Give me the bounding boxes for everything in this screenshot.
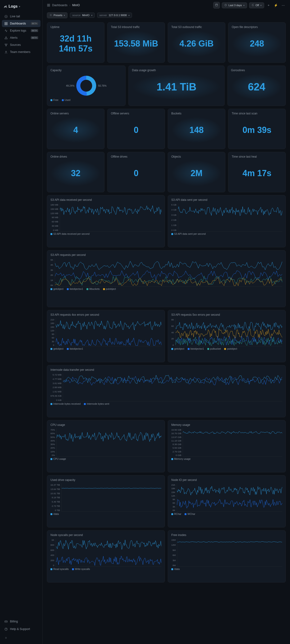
- breadcrumb: Dashboards › MinIO: [47, 4, 80, 7]
- svg-point-21: [50, 15, 51, 16]
- chart-legend: CPU usage: [50, 458, 161, 460]
- chart-area[interactable]: [178, 204, 282, 232]
- legend-item: litbuckets: [87, 288, 100, 290]
- play-icon: [4, 15, 7, 18]
- chart-body: 5 GB4 GB3 GB2 GB1 GB0 GB: [171, 204, 282, 232]
- metrics-row-3: Online servers4Offline servers0Buckets14…: [47, 109, 286, 149]
- legend-item: /data: [171, 568, 180, 570]
- y-axis: 70%60%50%40%30%20%10%0%: [50, 428, 56, 456]
- metric-value: 4: [50, 117, 101, 143]
- filter-key: server: [100, 14, 107, 16]
- chart-area[interactable]: [183, 428, 282, 456]
- svg-rect-14: [47, 4, 48, 5]
- logo-icon: [4, 5, 7, 8]
- legend-item: /data: [50, 512, 59, 515]
- main-content: Dashboards › MinIO Last 3 days ▾ Off ▾ ＋…: [43, 0, 290, 644]
- y-axis: 5 GB4 GB3 GB2 GB1 GB0 GB: [171, 204, 178, 232]
- panel-title: Capacity: [50, 68, 122, 72]
- svg-rect-3: [5, 24, 6, 25]
- theme-toggle[interactable]: ☼: [2, 634, 40, 641]
- bolt-icon: ⚡: [274, 4, 278, 7]
- chart-body: 16.37 TiB13.64 TiB10.91 TiB8.19 TiB5.46 …: [50, 484, 161, 512]
- app-switcher[interactable]: Logs ▾: [2, 3, 40, 10]
- chart-area[interactable]: [60, 204, 161, 232]
- metric-value: 0: [111, 160, 161, 186]
- chart-area[interactable]: [56, 538, 161, 566]
- legend-item: listobjectsv1: [67, 347, 83, 350]
- sidebar-item-label: Dashboards: [10, 22, 26, 25]
- sidebar-item-team-members[interactable]: Team members: [2, 48, 40, 56]
- source-filter[interactable]: source MinIO ▾: [70, 12, 95, 18]
- sidebar-item-help-&-support[interactable]: Help & Support: [2, 626, 40, 632]
- panel-title: Used drive capacity: [50, 478, 161, 482]
- panel-title: Free inodes: [171, 534, 282, 537]
- sidebar-item-label: Alerts: [10, 36, 17, 40]
- chart-area[interactable]: [177, 484, 282, 512]
- timerange-label: Last 3 days: [228, 4, 242, 7]
- chart-area[interactable]: [175, 318, 282, 346]
- chart-area[interactable]: [55, 258, 282, 286]
- breadcrumb-root[interactable]: Dashboards: [52, 4, 68, 7]
- timerange-picker[interactable]: Last 3 days ▾: [222, 2, 247, 8]
- sidebar-item-explore-logs[interactable]: Explore logsBETA: [2, 27, 40, 34]
- chart-legend: getobjectlistobjectsv1putbucketputobject: [171, 347, 282, 350]
- metric-value: 153.58 MiB: [111, 30, 161, 57]
- sidebar-item-label: Explore logs: [10, 29, 26, 32]
- y-axis: 180 MB150 MB120 MB90 MB60 MB30 MB0 MB: [50, 204, 60, 232]
- panel-title: Total S3 outbound traffic: [171, 26, 222, 29]
- more-icon: ⋯: [282, 4, 285, 7]
- save-button[interactable]: [213, 2, 220, 8]
- s3-sent-chart: S3 API data sent per second5 GB4 GB3 GB2…: [168, 195, 286, 247]
- capacity-right-pct: 50.76%: [98, 84, 107, 87]
- sidebar-item-billing[interactable]: Billing: [2, 618, 40, 625]
- capacity-panel: Capacity 49.24% 50.76% FreeUsed: [47, 66, 126, 106]
- chart-area[interactable]: [177, 538, 282, 566]
- refresh-icon: [252, 4, 254, 7]
- svg-rect-17: [49, 6, 50, 6]
- legend-item: Write syscalls: [72, 568, 90, 570]
- capacity-row: Capacity 49.24% 50.76% FreeUsed Data usa…: [47, 66, 286, 106]
- presets-button[interactable]: Presets ▾: [47, 12, 68, 18]
- sidebar-item-sources[interactable]: Sources: [2, 41, 40, 48]
- sidebar-nav: Live tailDashboardsBETAExplore logsBETAA…: [2, 13, 40, 618]
- add-button[interactable]: ＋: [266, 2, 271, 8]
- bolt-button[interactable]: ⚡: [273, 2, 279, 8]
- sources-icon: [4, 43, 7, 46]
- panel-title: Offline drives: [111, 155, 161, 158]
- panel-title: S3 API requests 5xx errors per second: [171, 313, 282, 316]
- chart-area[interactable]: [63, 374, 282, 402]
- more-button[interactable]: ⋯: [281, 2, 286, 8]
- chart-area[interactable]: [56, 428, 161, 456]
- sidebar-item-alerts[interactable]: AlertsBETA: [2, 34, 40, 41]
- svg-point-9: [5, 51, 6, 52]
- panel-title: Data usage growth: [132, 68, 221, 72]
- chart-area[interactable]: [61, 484, 161, 512]
- chart-area[interactable]: [56, 318, 161, 346]
- sidebar-item-label: Live tail: [10, 15, 20, 18]
- refresh-picker[interactable]: Off ▾: [249, 2, 264, 8]
- capacity-legend: FreeUsed: [50, 98, 122, 101]
- panel-title: Objects: [171, 155, 222, 158]
- metrics-row-4: Online drives32Offline drives0Objects2MT…: [47, 152, 286, 192]
- users-icon: [4, 50, 7, 54]
- chart-body: 5K4K3K2K1K0K: [50, 258, 282, 286]
- sidebar-item-live-tail[interactable]: Live tail: [2, 13, 40, 20]
- grid-icon: [47, 4, 50, 7]
- errors5xx-chart: S3 API requests 5xx errors per second806…: [168, 310, 286, 362]
- goroutines-panel: Goroutines 624: [227, 66, 286, 106]
- chart-legend: /data: [50, 512, 161, 515]
- metric-value: 2M: [171, 160, 222, 186]
- activity-icon: [4, 29, 7, 32]
- sidebar-item-dashboards[interactable]: DashboardsBETA: [2, 20, 40, 27]
- errors-row: S3 API requests 4xx errors per second210…: [47, 310, 286, 362]
- legend-item: getobject: [50, 288, 63, 290]
- breadcrumb-current: MinIO: [72, 4, 80, 7]
- server-filter[interactable]: server 127.0.0.1:9000 ▾: [97, 12, 132, 18]
- card-icon: [4, 620, 7, 623]
- filter-value: 127.0.0.1:9000: [109, 14, 127, 16]
- legend-item: putbucket: [207, 347, 221, 350]
- chart-legend: getobjectlistobjectsv1: [50, 347, 161, 350]
- chart-legend: Memory usage: [171, 458, 282, 460]
- chevron-down-icon: ▾: [260, 4, 262, 7]
- metric-panel: Total S3 inbound traffic153.58 MiB: [107, 22, 165, 63]
